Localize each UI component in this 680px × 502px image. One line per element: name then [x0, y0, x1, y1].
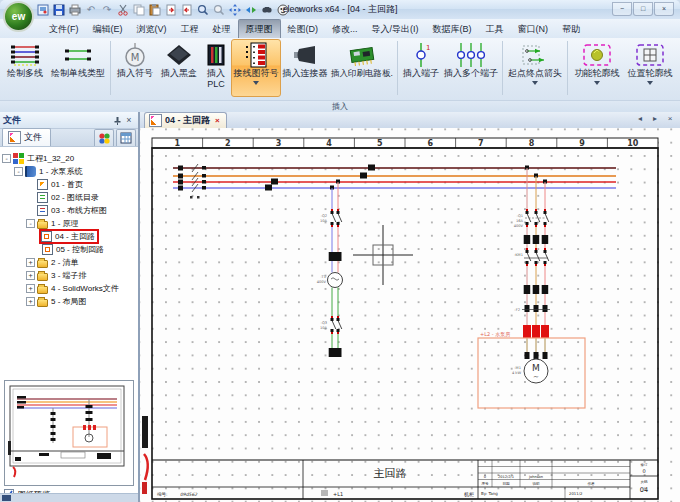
find-icon[interactable] [260, 3, 274, 17]
menu-draw[interactable]: 绘图(D) [281, 20, 326, 38]
menu-bar: 文件(F) 编辑(E) 浏览(V) 工程 处理 原理图 绘图(D) 修改... … [0, 19, 680, 38]
left-branch-circuit: -Q210A -T1400V -Q310A [317, 182, 343, 357]
folder-icon [37, 273, 48, 281]
insert-blackbox-button[interactable]: 插入黑盒 [157, 39, 201, 97]
tree-item-book[interactable]: - 1 - 水泵系统 [0, 165, 138, 178]
menu-window[interactable]: 窗口(N) [511, 20, 556, 38]
insert-connector-button[interactable]: 插入连接器 [281, 39, 329, 97]
tab-close-icon[interactable]: × [215, 116, 220, 125]
mascot-icon[interactable] [276, 3, 290, 17]
insert-pcb-button[interactable]: 插入印刷电路板. [329, 39, 395, 97]
import-page-icon[interactable] [180, 3, 194, 17]
tree-item-wiring-diagram[interactable]: 03 - 布线方框图 [0, 204, 138, 217]
expand-icon[interactable]: + [26, 271, 35, 280]
draw-multiwire-button[interactable]: 绘制多线 [2, 39, 48, 97]
zoom-fit-icon[interactable] [196, 3, 210, 17]
zoom-icon[interactable] [212, 3, 226, 17]
tree-folder-solidworks[interactable]: + 4 - SolidWorks文件 [0, 282, 138, 295]
tree-item-main-circuit[interactable]: 04 - 主回路 [0, 230, 138, 243]
document-tab-active[interactable]: 04 - 主回路 × [144, 112, 227, 128]
tree-folder-terminals[interactable]: + 3 - 端子排 [0, 269, 138, 282]
export-page-icon[interactable] [164, 3, 178, 17]
collapse-icon[interactable]: - [2, 154, 11, 163]
menu-process[interactable]: 处理 [206, 20, 238, 38]
menu-help[interactable]: 帮助 [555, 20, 587, 38]
function-outline-button[interactable]: 功能轮廓线 [570, 39, 624, 97]
tab-data-grid[interactable] [116, 129, 136, 146]
menu-tools[interactable]: 工具 [479, 20, 511, 38]
window-controls: − □ × [612, 2, 674, 16]
svg-text:-F2: -F2 [514, 308, 520, 312]
insert-plc-button[interactable]: 插入 PLC [201, 39, 231, 97]
draw-singlewire-button[interactable]: 绘制单线类型 [48, 39, 108, 97]
panel-close-icon[interactable]: × [123, 114, 135, 126]
files-side-panel: 文件 × 文件 - 工程1_32_20 - 1 - 水泵系统 01 - 首页 0… [0, 112, 140, 502]
undo-icon[interactable]: ↶ [84, 3, 98, 17]
menu-file[interactable]: 文件(F) [42, 20, 86, 38]
menu-import-export[interactable]: 导入/导出(I) [365, 20, 426, 38]
insert-multiple-terminals-button[interactable]: 插入多个端子 [442, 39, 500, 97]
tree-item-cover[interactable]: 01 - 首页 [0, 178, 138, 191]
menu-project[interactable]: 工程 [174, 20, 206, 38]
collapse-icon[interactable]: - [26, 219, 35, 228]
svg-text:+L1: +L1 [333, 491, 343, 497]
tab-list-close-icon[interactable]: × [663, 112, 677, 126]
wiring-diagram-symbol-button[interactable]: 接线图符号 [231, 39, 281, 97]
expand-icon[interactable]: + [26, 258, 35, 267]
origin-destination-arrows-button[interactable]: 起点终点箭头 [505, 39, 565, 97]
insert-terminal-button[interactable]: 1 插入端子 [400, 39, 442, 97]
paste-icon[interactable] [148, 3, 162, 17]
tab-scroll-right-icon[interactable]: ▸ [648, 112, 662, 126]
menu-edit[interactable]: 编辑(E) [86, 20, 130, 38]
copy-icon[interactable] [132, 3, 146, 17]
close-button[interactable]: × [654, 2, 674, 16]
menu-database[interactable]: 数据库(B) [426, 20, 479, 38]
tree-item-control-circuit[interactable]: 05 - 控制回路 [0, 243, 138, 256]
pan-icon[interactable] [228, 3, 242, 17]
expand-icon[interactable]: + [26, 297, 35, 306]
app-logo[interactable]: ew [3, 1, 34, 32]
tab-scroll-left-icon[interactable]: ◂ [633, 112, 647, 126]
cut-icon[interactable] [116, 3, 130, 17]
svg-text:日期: 日期 [502, 482, 510, 486]
svg-text:10A: 10A [320, 219, 328, 223]
menu-schematic[interactable]: 原理图 [238, 19, 281, 38]
wiring-diagram-icon [37, 205, 48, 216]
schematic-canvas[interactable]: 12345678910 [140, 128, 680, 502]
tree-folder-layout[interactable]: + 5 - 布局图 [0, 295, 138, 308]
redo-icon[interactable]: ↷ [100, 3, 114, 17]
schematic-page-icon [42, 244, 53, 255]
location-outline-button[interactable]: 位置轮廓线 [624, 39, 676, 97]
power-bus-lines [173, 168, 616, 188]
menu-modify[interactable]: 修改... [325, 20, 365, 38]
new-project-icon[interactable] [36, 3, 50, 17]
print-icon[interactable] [68, 3, 82, 17]
collapse-icon[interactable]: - [14, 167, 23, 176]
svg-text:9: 9 [579, 139, 585, 148]
wiring-symbol-icon [242, 41, 270, 68]
svg-text:M: M [131, 52, 140, 63]
minimize-button[interactable]: − [612, 2, 632, 16]
qat-customize-icon[interactable]: ▾ [292, 3, 306, 17]
dropdown-arrow-icon [647, 81, 653, 85]
colored-shapes-icon [98, 132, 110, 144]
svg-text:作者: 作者 [587, 482, 595, 486]
tree-item-project[interactable]: - 工程1_32_20 [0, 152, 138, 165]
tab-files[interactable]: 文件 [2, 128, 51, 146]
svg-text:10A: 10A [320, 326, 328, 330]
svg-text:机柜: 机柜 [464, 491, 474, 497]
save-icon[interactable] [52, 3, 66, 17]
tree-item-drawing-list[interactable]: 02 - 图纸目录 [0, 191, 138, 204]
insert-symbol-button[interactable]: M 插入符号 [113, 39, 157, 97]
expand-icon[interactable]: + [26, 284, 35, 293]
terminals-icon [454, 41, 488, 68]
svg-text:4: 4 [326, 139, 332, 148]
svg-text:09d562: 09d562 [180, 492, 198, 497]
tree-folder-lists[interactable]: + 2 - 清单 [0, 256, 138, 269]
menu-view[interactable]: 浏览(V) [130, 20, 174, 38]
maximize-button[interactable]: □ [633, 2, 653, 16]
navigate-icon[interactable] [244, 3, 258, 17]
pin-icon[interactable] [111, 114, 123, 126]
tab-components[interactable] [94, 129, 114, 146]
ribbon-separator [397, 41, 398, 95]
